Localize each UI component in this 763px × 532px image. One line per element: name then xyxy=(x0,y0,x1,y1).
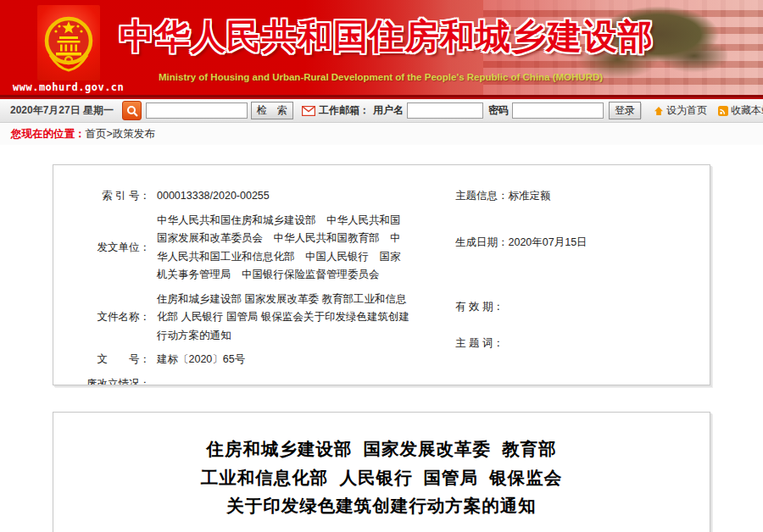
quick-links: 设为首页 收藏本站 xyxy=(641,103,763,119)
info-value xyxy=(157,375,409,386)
document-body-box: 住房和城乡建设部 国家发展改革委 教育部 工业和信息化部 人民银行 国管局 银保… xyxy=(53,412,710,532)
info-label: 索 引 号： xyxy=(57,187,150,206)
search-button[interactable]: 检 索 xyxy=(251,102,293,119)
info-row-topic: 主题信息： 标准定额 xyxy=(455,187,693,206)
info-label: 文 号： xyxy=(57,351,150,369)
info-value: 标准定额 xyxy=(509,187,551,206)
toolbar: 2020年7月27日 星期一 检 索 工作邮箱： 用户名 密码 登录 设为首页 xyxy=(0,97,763,123)
search-icon xyxy=(126,105,138,117)
info-row-validity: 有 效 期： xyxy=(455,298,693,317)
info-right-column: 主题信息： 标准定额 生成日期： 2020年07月15日 有 效 期： 主 题 … xyxy=(455,165,693,352)
set-homepage-label: 设为首页 xyxy=(666,103,707,118)
info-label: 有 效 期： xyxy=(455,298,504,317)
info-label: 文件名称： xyxy=(57,308,150,327)
info-row-subject-words: 主 题 词： xyxy=(455,335,693,353)
breadcrumb-prefix: 您现在的位置： xyxy=(11,127,86,141)
national-emblem-icon xyxy=(37,5,100,80)
info-row-document-name: 文件名称： 住房和城乡建设部 国家发展改革委 教育部工业和信息化部 人民银行 国… xyxy=(57,291,430,346)
mail-icon xyxy=(302,106,315,116)
home-icon xyxy=(654,106,664,116)
info-row-repeal-status: 废改立情况： xyxy=(57,375,430,386)
site-url: www.mohurd.gov.cn xyxy=(13,81,124,93)
username-label: 用户名 xyxy=(373,103,404,118)
info-label: 主 题 词： xyxy=(455,335,504,353)
search-icon-button[interactable] xyxy=(122,101,142,120)
bookmark-label: 收藏本站 xyxy=(731,103,763,118)
document-title-line-1: 住房和城乡建设部 国家发展改革委 教育部 xyxy=(53,435,710,464)
breadcrumb-path[interactable]: 首页>政策发布 xyxy=(86,127,155,141)
mail-label: 工作邮箱： xyxy=(319,103,370,118)
set-homepage-link[interactable]: 设为首页 xyxy=(654,103,707,118)
info-row-document-number: 文 号： 建标〔2020〕65号 xyxy=(57,351,430,369)
username-input[interactable] xyxy=(407,103,483,119)
login-button[interactable]: 登录 xyxy=(609,102,641,119)
search-input[interactable] xyxy=(146,103,248,119)
bookmark-link[interactable]: 收藏本站 xyxy=(718,103,763,118)
info-row-index-number: 索 引 号： 000013338/2020-00255 xyxy=(57,187,430,206)
info-row-generated-date: 生成日期： 2020年07月15日 xyxy=(455,234,693,252)
breadcrumb: 您现在的位置： 首页>政策发布 xyxy=(0,123,763,145)
info-label: 发文单位： xyxy=(57,239,150,258)
info-left-column: 索 引 号： 000013338/2020-00255 发文单位： 中华人民共和… xyxy=(53,165,430,385)
bookmark-rss-icon xyxy=(718,106,728,116)
info-value: 2020年07月15日 xyxy=(509,234,588,252)
info-row-issuing-units: 发文单位： 中华人民共和国住房和城乡建设部 中华人民共和国国家发展和改革委员会 … xyxy=(57,212,430,285)
site-subtitle-en: Ministry of Housing and Urban-Rural Deve… xyxy=(159,72,603,82)
password-label: 密码 xyxy=(488,103,509,118)
document-title-line-2: 工业和信息化部 人民银行 国管局 银保监会 xyxy=(53,464,710,493)
site-header: www.mohurd.gov.cn 中华人民共和国住房和城乡建设部 Minist… xyxy=(0,0,763,97)
site-title: 中华人民共和国住房和城乡建设部 xyxy=(120,14,654,60)
info-value: 住房和城乡建设部 国家发展改革委 教育部工业和信息化部 人民银行 国管局 银保监… xyxy=(157,291,409,346)
date-text: 2020年7月27日 星期一 xyxy=(10,103,114,118)
info-label: 主题信息： xyxy=(455,187,509,206)
info-value: 中华人民共和国住房和城乡建设部 中华人民共和国国家发展和改革委员会 中华人民共和… xyxy=(157,212,409,285)
document-title-line-3: 关于印发绿色建筑创建行动方案的通知 xyxy=(53,492,710,521)
info-label: 生成日期： xyxy=(455,234,509,252)
document-info-box: 索 引 号： 000013338/2020-00255 发文单位： 中华人民共和… xyxy=(53,164,710,385)
info-value: 000013338/2020-00255 xyxy=(157,187,409,206)
info-value: 建标〔2020〕65号 xyxy=(157,351,409,369)
password-input[interactable] xyxy=(512,103,604,119)
info-label: 废改立情况： xyxy=(57,375,150,386)
